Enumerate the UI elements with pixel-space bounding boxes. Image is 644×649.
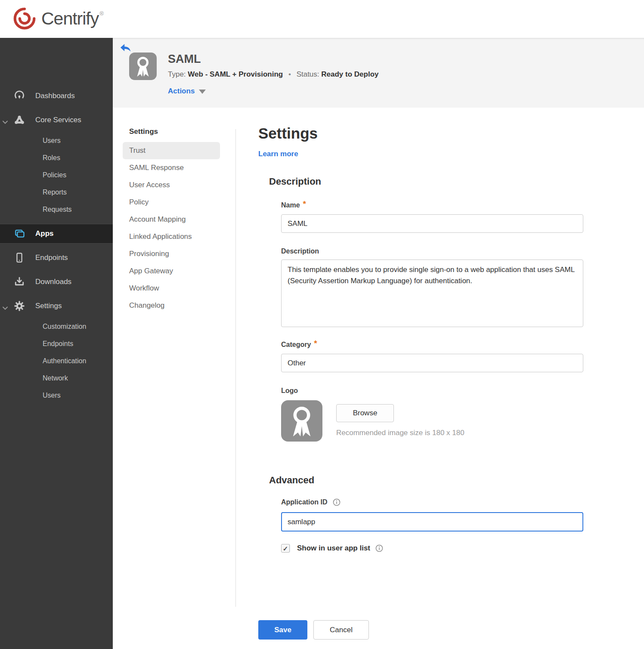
type-label: Type: <box>168 70 186 78</box>
sidebar-item-dashboards[interactable]: Dashboards <box>0 87 113 105</box>
description-label: Description <box>281 247 319 255</box>
sidebar-item-apps-active[interactable]: Apps <box>0 224 113 244</box>
show-in-app-list-row: Show in user app list <box>281 544 383 553</box>
settings-subnav: Settings Trust SAML Response User Access… <box>123 127 220 314</box>
sidebar-item-label: Apps <box>35 229 54 238</box>
info-icon[interactable] <box>375 544 383 552</box>
app-header: SAML Type: Web - SAML + Provisioning • S… <box>113 38 644 108</box>
sidebar-item-settings-users[interactable]: Users <box>43 388 113 403</box>
advanced-section-heading: Advanced <box>269 475 314 486</box>
app-logo-badge <box>129 53 157 80</box>
info-icon[interactable] <box>333 498 341 506</box>
browse-button[interactable]: Browse <box>336 404 394 422</box>
type-value: Web - SAML + Provisioning <box>188 70 283 78</box>
sidebar-item-label: Dashboards <box>35 92 75 100</box>
sidebar-item-reports[interactable]: Reports <box>43 185 113 200</box>
subnav-heading: Settings <box>123 127 220 138</box>
sidebar-item-roles[interactable]: Roles <box>43 150 113 166</box>
subnav-item-user-access[interactable]: User Access <box>123 176 220 194</box>
centrify-swirl-icon <box>12 6 37 31</box>
registered-mark: ® <box>99 10 104 17</box>
sidebar-item-label: Endpoints <box>35 253 68 262</box>
application-id-label: Application ID <box>281 498 341 506</box>
mobile-device-icon <box>13 252 25 264</box>
subnav-item-linked-applications[interactable]: Linked Applications <box>123 228 220 245</box>
app-meta-line: Type: Web - SAML + Provisioning • Status… <box>168 70 378 79</box>
app-logo-preview <box>281 400 322 442</box>
subnav-item-provisioning[interactable]: Provisioning <box>123 245 220 263</box>
subnav-item-trust[interactable]: Trust <box>123 142 220 159</box>
show-in-app-list-label: Show in user app list <box>297 544 383 553</box>
sidebar-item-authentication[interactable]: Authentication <box>43 353 113 369</box>
sidebar-item-customization[interactable]: Customization <box>43 319 113 334</box>
learn-more-link[interactable]: Learn more <box>258 150 298 158</box>
description-section-heading: Description <box>269 176 321 187</box>
logo-size-hint: Recommended image size is 180 x 180 <box>336 429 464 437</box>
actions-dropdown[interactable]: Actions <box>168 87 206 96</box>
sidebar-item-network[interactable]: Network <box>43 371 113 386</box>
sidebar-item-label: Settings <box>35 302 62 310</box>
chevron-down-icon <box>2 304 8 312</box>
sidebar: Dashboards Core Services Users Roles Pol… <box>0 38 113 649</box>
required-asterisk: * <box>314 339 317 348</box>
caret-down-icon <box>199 90 206 94</box>
sidebar-item-policies[interactable]: Policies <box>43 167 113 183</box>
app-name-title: SAML <box>168 53 201 66</box>
required-asterisk: * <box>303 199 306 209</box>
chevron-down-icon <box>2 118 8 127</box>
sidebar-item-core-services[interactable]: Core Services <box>0 111 113 129</box>
gauge-icon <box>13 90 25 102</box>
status-badge: Ready to Deploy <box>321 70 378 78</box>
status-label: Status: <box>297 70 319 78</box>
sidebar-item-requests[interactable]: Requests <box>43 202 113 217</box>
brand-name: Centrify <box>41 9 99 29</box>
name-input[interactable] <box>281 214 583 233</box>
sidebar-item-downloads[interactable]: Downloads <box>0 273 113 291</box>
back-arrow-icon[interactable] <box>120 43 132 53</box>
sidebar-item-users[interactable]: Users <box>43 133 113 148</box>
apps-icon <box>13 228 25 240</box>
name-label: Name * <box>281 201 306 210</box>
sidebar-item-endpoints[interactable]: Endpoints <box>0 249 113 266</box>
dot-separator: • <box>288 70 291 78</box>
gear-icon <box>13 300 25 312</box>
category-input[interactable] <box>281 354 583 372</box>
core-services-icon <box>13 114 25 126</box>
show-in-app-list-checkbox[interactable] <box>281 544 290 553</box>
sidebar-item-settings[interactable]: Settings <box>0 297 113 315</box>
save-button[interactable]: Save <box>258 620 307 640</box>
top-bar: Centrify ® <box>0 0 644 38</box>
description-textarea[interactable]: This template enables you to provide sin… <box>281 260 583 327</box>
subnav-item-workflow[interactable]: Workflow <box>123 280 220 297</box>
application-id-input[interactable] <box>281 512 583 532</box>
actions-label: Actions <box>168 87 195 96</box>
subnav-item-policy[interactable]: Policy <box>123 194 220 211</box>
category-label: Category * <box>281 340 317 349</box>
cancel-button[interactable]: Cancel <box>313 620 369 640</box>
subnav-item-saml-response[interactable]: SAML Response <box>123 159 220 176</box>
sidebar-item-label: Downloads <box>35 278 71 286</box>
sidebar-item-settings-endpoints[interactable]: Endpoints <box>43 336 113 352</box>
vertical-divider <box>235 129 236 607</box>
centrify-logo: Centrify ® <box>12 6 104 31</box>
logo-label: Logo <box>281 387 298 395</box>
download-icon <box>13 276 25 288</box>
sidebar-item-label: Core Services <box>35 116 81 124</box>
subnav-item-account-mapping[interactable]: Account Mapping <box>123 211 220 228</box>
page-title: Settings <box>258 125 318 142</box>
subnav-item-changelog[interactable]: Changelog <box>123 297 220 314</box>
subnav-item-app-gateway[interactable]: App Gateway <box>123 263 220 280</box>
